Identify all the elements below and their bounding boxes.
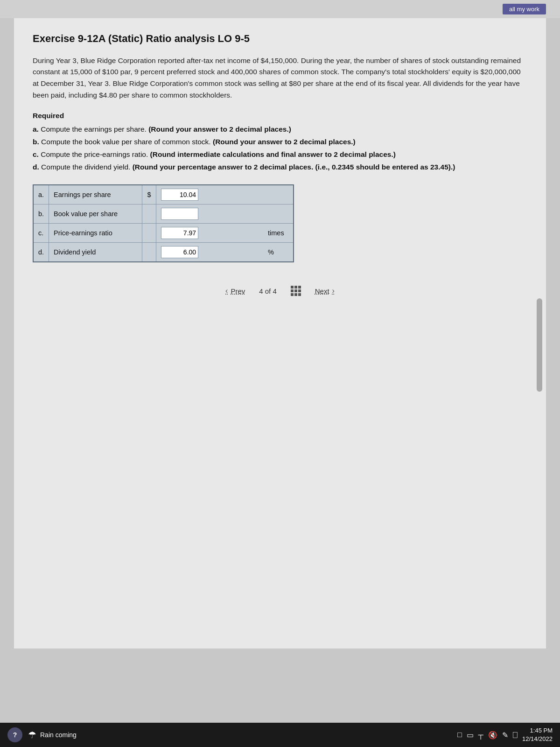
umbrella-icon: ☂ [28,729,36,740]
row-c-label: c. [34,224,49,243]
table-row: d. Dividend yield % [34,243,293,262]
grid-icon[interactable] [291,286,301,296]
wifi-icon[interactable]: ┬ [478,731,483,739]
row-a-input-cell[interactable] [156,185,265,204]
row-a-dollar: $ [142,185,156,204]
row-b-label: b. [34,204,49,224]
row-a-unit [265,185,293,204]
clock-date: 12/14/2022 [522,735,553,743]
taskbar: ? ☂ Rain coming □ ▭ ┬ 🔇 ✎ ⎕ 1:45 PM 12/1… [0,723,560,747]
system-clock[interactable]: 1:45 PM 12/14/2022 [522,726,553,743]
start-icon: ? [13,731,17,739]
problem-text: During Year 3, Blue Ridge Corporation re… [33,55,527,101]
weather-text: Rain coming [40,731,77,739]
required-items-list: a. Compute the earnings per share. (Roun… [33,123,527,174]
required-item-a-letter: a. [33,125,39,133]
required-item-b-bold: (Round your answer to 2 decimal places.) [213,138,356,146]
navigation-section: ‹ Prev 4 of 4 Next › [33,276,527,301]
required-item-d-letter: d. [33,163,39,171]
required-item-c-letter: c. [33,150,39,158]
table-row: a. Earnings per share $ [34,185,293,204]
clock-time: 1:45 PM [522,726,553,735]
required-label: Required [33,112,527,120]
prev-button[interactable]: ‹ Prev [225,287,245,295]
row-b-input[interactable] [161,208,198,220]
answer-table: a. Earnings per share $ b. Book value pe… [34,185,293,261]
row-b-desc: Book value per share [49,204,142,224]
prev-label: Prev [231,287,245,295]
row-c-desc: Price-earnings ratio [49,224,142,243]
row-a-desc: Earnings per share [49,185,142,204]
required-item-d-bold: (Round your percentage answer to 2 decim… [133,163,455,171]
row-c-unit: times [265,224,293,243]
row-d-desc: Dividend yield [49,243,142,262]
scrollbar[interactable] [537,298,542,392]
row-b-input-cell[interactable] [156,204,265,224]
next-chevron-icon: › [332,287,335,295]
row-c-dollar [142,224,156,243]
answer-table-wrapper: a. Earnings per share $ b. Book value pe… [33,184,294,262]
next-button[interactable]: Next › [315,287,335,295]
row-a-input[interactable] [161,189,198,201]
tablet-icon[interactable]: ▭ [467,731,474,740]
row-b-unit [265,204,293,224]
row-d-dollar [142,243,156,262]
row-d-unit: % [265,243,293,262]
exercise-title: Exercise 9-12A (Static) Ratio analysis L… [33,32,527,46]
row-d-label: d. [34,243,49,262]
keyboard-icon[interactable]: ⎕ [513,731,518,739]
required-item-d: d. Compute the dividend yield. (Round yo… [33,161,527,173]
start-button[interactable]: ? [7,727,22,742]
volume-mute-icon[interactable]: 🔇 [488,731,497,740]
row-a-label: a. [34,185,49,204]
all-my-work-button[interactable]: all my work [503,4,546,14]
weather-widget[interactable]: ☂ Rain coming [28,729,77,740]
total-pages: 4 [273,287,276,295]
prev-chevron-icon: ‹ [225,287,228,295]
table-row: b. Book value per share [34,204,293,224]
next-label: Next [315,287,329,295]
required-item-a-bold: (Round your answer to 2 decimal places.) [148,125,291,133]
row-c-input[interactable] [161,227,198,239]
pen-icon[interactable]: ✎ [502,731,508,740]
required-item-b-letter: b. [33,138,39,146]
screen-mirror-icon[interactable]: □ [457,731,462,739]
current-page: 4 [259,287,263,295]
row-d-input-cell[interactable] [156,243,265,262]
row-b-dollar [142,204,156,224]
page-indicator: 4 of 4 [259,287,277,295]
system-tray: □ ▭ ┬ 🔇 ✎ ⎕ 1:45 PM 12/14/2022 [457,726,553,743]
row-d-input[interactable] [161,246,198,258]
of-label: of [265,287,273,295]
required-item-c-bold: (Round intermediate calculations and fin… [150,150,396,158]
row-c-input-cell[interactable] [156,224,265,243]
required-item-b: b. Compute the book value per share of c… [33,135,527,148]
required-item-a: a. Compute the earnings per share. (Roun… [33,123,527,135]
table-row: c. Price-earnings ratio times [34,224,293,243]
required-item-c: c. Compute the price-earnings ratio. (Ro… [33,148,527,161]
required-section: Required a. Compute the earnings per sha… [33,112,527,174]
